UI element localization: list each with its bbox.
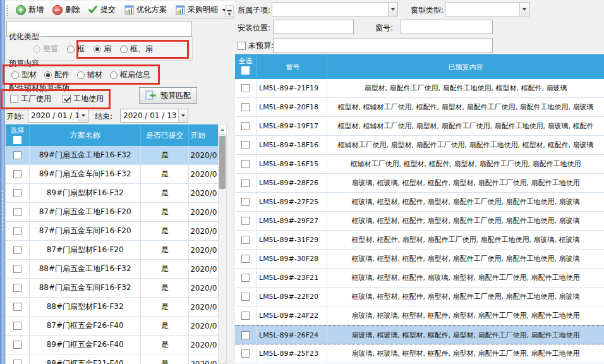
budget-row[interactable]: LM5L-89#-23F21框玻璃, 框型材, 框配件, 扇玻璃, 扇型材, 扇…	[235, 269, 604, 288]
window-no-header[interactable]: 窗号	[257, 55, 327, 79]
plan-row[interactable]: 89#门扇型材F16-F32是2020/0	[6, 184, 218, 203]
plan-row[interactable]: 89#门扇五金车间F16-F32是2020/0	[6, 165, 218, 184]
row-select-cell[interactable]	[6, 317, 30, 335]
row-select-cell[interactable]	[235, 269, 257, 287]
row-checkbox[interactable]	[241, 179, 250, 187]
plan-row[interactable]: 89#门扇五金工地F16-F32是2020/0	[6, 146, 218, 165]
row-checkbox[interactable]	[241, 255, 250, 263]
radio-框扇信息[interactable]: 框扇信息	[110, 70, 150, 80]
budget-match-button[interactable]: 预算匹配	[139, 87, 197, 104]
plan-row[interactable]: 89#门框五金F26-F40是2020/0	[6, 336, 218, 355]
radio-配件[interactable]: 配件	[44, 70, 69, 80]
row-select-cell[interactable]	[6, 336, 30, 354]
row-select-cell[interactable]	[6, 146, 30, 164]
scrollbar-thumb[interactable]	[219, 136, 226, 189]
select-all-checkbox[interactable]	[241, 66, 250, 75]
budget-row[interactable]: LM5L-89#-16F15框辅材工厂使用, 框型材, 框配件, 扇型材, 扇配…	[235, 155, 604, 174]
row-select-cell[interactable]	[235, 250, 257, 268]
row-checkbox[interactable]	[241, 198, 250, 206]
plan-row[interactable]: 87#门框五金F26-F40是2020/0	[6, 317, 218, 336]
radio-辅材[interactable]: 辅材	[77, 70, 102, 80]
radio-框[interactable]: 框	[67, 44, 85, 54]
row-select-cell[interactable]	[235, 344, 257, 363]
row-select-cell[interactable]	[235, 174, 257, 192]
row-checkbox[interactable]	[13, 303, 21, 311]
budget-row[interactable]: LM5L-89#-29F27框玻璃, 框型材, 框配件, 扇型材, 扇配件工厂使…	[235, 212, 604, 231]
row-checkbox[interactable]	[241, 84, 250, 92]
sub-item-dropdown-icon[interactable]	[388, 3, 397, 16]
row-checkbox[interactable]	[13, 246, 21, 254]
row-select-cell[interactable]	[6, 298, 30, 316]
budget-row[interactable]: LM5L-89#-21F19扇型材, 扇配件工厂使用, 扇配件工地使用, 框型材…	[235, 79, 604, 98]
unbudgeted-input[interactable]	[273, 38, 493, 53]
row-checkbox[interactable]	[13, 227, 21, 235]
budget-row[interactable]: LM5L-89#-19F17框型材, 框辅材工厂使用, 扇型材, 扇配件工厂使用…	[235, 117, 604, 136]
row-select-cell[interactable]	[6, 241, 30, 259]
plan-name-header[interactable]: 方案名称	[30, 124, 141, 146]
plan-row[interactable]: 88#门扇五金车间F16-F32是2020/0	[6, 279, 218, 298]
row-checkbox[interactable]	[241, 331, 250, 339]
plan-row[interactable]: 87#门扇五金工地F16-F20是2020/0	[6, 203, 218, 222]
row-checkbox[interactable]	[13, 341, 21, 349]
row-select-cell[interactable]	[6, 279, 30, 297]
row-checkbox[interactable]	[241, 349, 250, 358]
row-checkbox[interactable]	[13, 208, 21, 216]
row-select-cell[interactable]	[235, 98, 257, 116]
unbudgeted-checkbox[interactable]	[238, 42, 246, 50]
window-type-dropdown-icon[interactable]	[519, 3, 529, 16]
start-date-picker[interactable]: 2020 / 01 / 1	[28, 109, 88, 123]
budgeted-content-header[interactable]: 已预算内容	[327, 55, 604, 79]
left-splitter[interactable]	[0, 0, 5, 364]
budget-row[interactable]: LM5L-89#-20F18框型材, 框辅材工厂使用, 框配件, 扇型材, 扇配…	[235, 98, 604, 117]
row-select-cell[interactable]	[235, 193, 257, 211]
budget-row[interactable]: LM5L-89#-24F22扇玻璃, 框玻璃, 框型材, 框配件, 扇型材, 扇…	[235, 306, 604, 325]
row-checkbox[interactable]	[241, 160, 250, 168]
optimize-plan-button[interactable]: 优化方案	[121, 3, 170, 17]
plan-table-scrollbar[interactable]	[218, 124, 227, 364]
row-checkbox[interactable]	[13, 360, 21, 364]
row-select-cell[interactable]	[235, 117, 257, 135]
start-date-dropdown-icon[interactable]	[78, 109, 88, 122]
scroll-up-icon[interactable]	[219, 124, 226, 135]
end-date-dropdown-icon[interactable]	[178, 109, 188, 122]
row-select-cell[interactable]	[235, 212, 257, 230]
row-checkbox[interactable]	[241, 236, 250, 244]
row-checkbox[interactable]	[241, 141, 250, 149]
radio-扇[interactable]: 扇	[94, 44, 111, 54]
plan-row[interactable]: 88#门扇型材F16-F32是2020/0	[6, 298, 218, 317]
window-no-input[interactable]	[401, 20, 493, 34]
budget-row[interactable]: LM5L-89#-18F16框辅材工厂使用, 扇型材, 扇配件工厂使用, 扇配件…	[235, 136, 604, 155]
install-position-input[interactable]	[273, 20, 354, 34]
row-select-cell[interactable]	[6, 203, 30, 221]
row-select-cell[interactable]	[6, 222, 30, 240]
radio-整窗[interactable]: 整窗	[33, 44, 58, 54]
radio-型材[interactable]: 型材	[11, 70, 37, 80]
start-header[interactable]: 开始	[189, 124, 218, 146]
row-select-cell[interactable]	[235, 136, 257, 154]
radio-框、扇[interactable]: 框、扇	[120, 44, 153, 54]
checkbox-工厂使用[interactable]: 工厂使用	[10, 94, 51, 104]
plan-row[interactable]: 87#门扇型材F16-F20是2020/0	[6, 241, 218, 260]
sub-item-combobox[interactable]	[272, 2, 398, 16]
budget-row[interactable]: LM5L-89#-26F24扇玻璃, 框玻璃, 框型材, 框配件, 扇型材, 扇…	[235, 325, 604, 344]
row-checkbox[interactable]	[241, 312, 250, 320]
budget-row[interactable]: LM5L-89#-25F23扇玻璃, 框玻璃, 框型材, 框配件, 扇型材, 扇…	[235, 344, 604, 363]
select-all-checkbox[interactable]	[13, 136, 21, 144]
budget-row[interactable]: LM5L-89#-28F26扇玻璃, 框玻璃, 框型材, 框配件, 扇型材, 扇…	[235, 174, 604, 193]
budget-row[interactable]: LM5L-89#-30F28框玻璃, 框型材, 框配件, 扇型材, 扇配件工厂使…	[235, 250, 604, 269]
row-checkbox[interactable]	[13, 151, 21, 159]
plan-row[interactable]: 88#门扇五金工地F16-F32是2020/0	[6, 260, 218, 279]
row-select-cell[interactable]	[235, 231, 257, 249]
purchase-detail-button[interactable]: 采购明细	[172, 3, 230, 17]
row-select-cell[interactable]	[235, 288, 257, 306]
budget-row[interactable]: LM5L-89#-22F20框玻璃, 框型材, 框配件, 扇型材, 扇配件工厂使…	[235, 288, 604, 306]
row-select-cell[interactable]	[235, 326, 257, 344]
row-checkbox[interactable]	[241, 293, 250, 301]
toolbar-overflow-button[interactable]: ▬▼	[225, 5, 234, 17]
row-checkbox[interactable]	[241, 217, 250, 225]
row-checkbox[interactable]	[241, 103, 250, 111]
row-select-cell[interactable]	[6, 184, 30, 202]
budget-row[interactable]: LM5L-89#-31F29框型材, 框配件, 扇型材, 扇配件工厂使用, 扇配…	[235, 231, 604, 250]
row-select-cell[interactable]	[6, 355, 30, 364]
row-select-cell[interactable]	[235, 306, 257, 325]
